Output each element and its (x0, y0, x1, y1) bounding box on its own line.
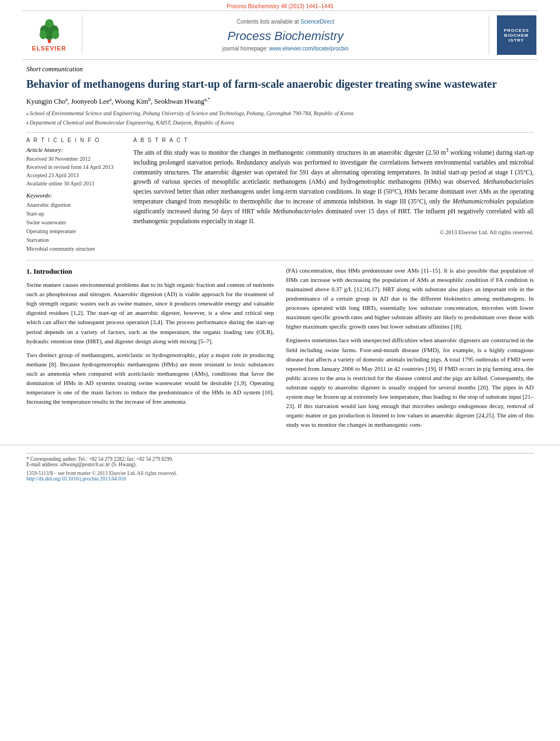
authors-line: Kyungjin Choa, Joonyeob Leea, Woong Kimb… (26, 97, 534, 106)
main-content: Short communication Behavior of methanog… (0, 65, 560, 434)
abstract-column: A B S T R A C T The aim of this study wa… (133, 137, 534, 253)
journal-reference-bar: Process Biochemistry 48 (2013) 1441–1445 (0, 0, 560, 10)
author-1: Kyungjin Choa (26, 98, 67, 105)
author-sup-a3: a,* (204, 97, 210, 102)
keyword-4: Operating temperature (26, 227, 122, 236)
author-sup-a2: a (109, 97, 111, 102)
logo-line3: ISTRY (508, 38, 524, 43)
journal-ref-text: Process Biochemistry 48 (2013) 1441–1445 (227, 3, 333, 9)
svg-point-5 (39, 30, 47, 39)
affiliation-2: b Department of Chemical and Biomolecula… (26, 118, 534, 127)
corresponding-note: * Corresponding author. Tel.: +82 54 279… (26, 453, 534, 467)
intro-para-1: Swine manure causes environmental proble… (26, 280, 274, 346)
available-date: Available online 30 April 2013 (26, 179, 122, 188)
body-col-right: (FA) concentration, thus HMs predominate… (286, 266, 534, 434)
divider-2 (26, 260, 534, 261)
elsevier-logo-section: ELSEVIER (22, 15, 82, 55)
page-footer: * Corresponding author. Tel.: +82 54 279… (0, 445, 560, 486)
homepage-url[interactable]: www.elsevier.com/locate/procbio (269, 46, 349, 52)
author-4: Seokhwan Hwanga,* (154, 98, 210, 105)
keyword-6: Microbial community structure (26, 245, 122, 253)
intro-heading: 1. Introduction (26, 266, 274, 277)
intro-para-2: Two distinct group of methanogens, aceti… (26, 350, 274, 406)
footer-doi[interactable]: http://dx.doi.org/10.1016/j.procbio.2013… (26, 476, 534, 482)
affiliation-1: a School of Environmental Science and En… (26, 109, 534, 117)
body-text-section: 1. Introduction Swine manure causes envi… (26, 266, 534, 434)
author-sup-b: b (148, 97, 151, 102)
elsevier-logo: ELSEVIER (32, 19, 66, 52)
journal-title: Process Biochemistry (228, 29, 344, 43)
copyright-text: © 2013 Elsevier Ltd. All rights reserved… (133, 229, 534, 235)
journal-homepage: journal homepage: www.elsevier.com/locat… (222, 46, 348, 52)
elsevier-tree-icon (33, 19, 66, 44)
right-para-2: Engineers sometimes face with unexpected… (286, 336, 534, 429)
divider-1 (26, 132, 534, 133)
email-link[interactable]: slhwang@postech.ac.kr (60, 462, 110, 467)
keywords-block: Keywords: Anaerobic digestion Start-up S… (26, 192, 122, 253)
keyword-3: Swine wastewater (26, 218, 122, 227)
keyword-1: Anaerobic digestion (26, 201, 122, 210)
email-suffix: (S. Hwang). (111, 462, 137, 467)
svg-point-7 (45, 19, 53, 27)
sciencedirect-link[interactable]: ScienceDirect (301, 19, 335, 25)
article-info-abstract-section: A R T I C L E I N F O Article history: R… (26, 137, 534, 253)
footer-issn: 1359-5113/$ – see front matter © 2013 El… (26, 471, 534, 476)
logo-line2: BIOCHEM (504, 33, 529, 38)
affil-text-a: School of Environmental Science and Engi… (30, 109, 354, 117)
keyword-2: Start-up (26, 210, 122, 218)
received-date: Received 30 November 2012 (26, 155, 122, 163)
article-type: Short communication (26, 65, 534, 73)
article-history-heading: Article history: (26, 146, 122, 153)
logo-line1: PROCESS (504, 28, 529, 33)
accepted-date: Accepted 23 April 2013 (26, 171, 122, 179)
abstract-text: The aim of this study was to monitor the… (133, 146, 534, 226)
article-info-label: A R T I C L E I N F O (26, 137, 122, 143)
author-3: Woong Kimb (115, 98, 151, 105)
affiliations: a School of Environmental Science and En… (26, 109, 534, 127)
abstract-label: A B S T R A C T (133, 137, 534, 143)
page: Process Biochemistry 48 (2013) 1441–1445 (0, 0, 560, 741)
keyword-5: Starvation (26, 236, 122, 245)
affil-text-b: Department of Chemical and Biomolecular … (30, 118, 234, 127)
right-para-1: (FA) concentration, thus HMs predominate… (286, 266, 534, 331)
revised-date: Received in revised form 14 April 2013 (26, 163, 122, 171)
methanobacteriales-italic-1: Methanobacteriales (483, 178, 534, 185)
methanobacteriales-italic-2: Methanobacteriales (273, 208, 323, 214)
journal-logo-section: PROCESS BIOCHEM ISTRY (489, 15, 538, 55)
journal-header-center: Contents lists available at ScienceDirec… (82, 15, 489, 55)
corresponding-text: * Corresponding author. Tel.: +82 54 279… (26, 456, 173, 462)
svg-point-6 (52, 30, 59, 39)
contents-available-text: Contents lists available at ScienceDirec… (237, 19, 335, 25)
keywords-heading: Keywords: (26, 192, 122, 199)
article-history-block: Article history: Received 30 November 20… (26, 146, 122, 188)
affil-sup-b: b (26, 120, 29, 127)
body-col-left: 1. Introduction Swine manure causes envi… (26, 266, 274, 434)
journal-header: ELSEVIER Contents lists available at Sci… (22, 10, 538, 60)
email-label: E-mail address: (26, 462, 59, 467)
elsevier-brand-text: ELSEVIER (32, 45, 66, 52)
article-info-column: A R T I C L E I N F O Article history: R… (26, 137, 122, 253)
author-2: Joonyeob Leea (71, 98, 111, 105)
journal-logo-box: PROCESS BIOCHEM ISTRY (497, 15, 536, 55)
methanomicrobiales-italic-1: Methanomicrobiales (452, 198, 505, 205)
author-sup-a: a (65, 97, 67, 102)
affil-sup-a: a (26, 111, 29, 117)
article-title: Behavior of methanogens during start-up … (26, 77, 534, 91)
